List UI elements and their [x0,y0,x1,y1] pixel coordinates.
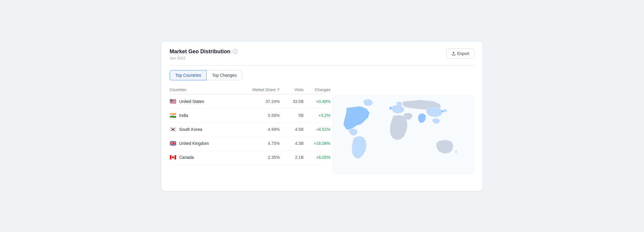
country-flag: 🇬🇧 [170,141,176,146]
export-icon [451,51,456,56]
col-header-changes: Changes [304,87,330,92]
visits-value: 4.3B [280,141,304,146]
country-name: South Korea [179,127,202,132]
table-rows-container: 🇺🇸 United States 37.24% 33.5B +0.48% 🇮🇳 … [170,95,324,164]
tabs-row: Top Countries Top Changes [170,70,474,80]
change-value: +6.05% [304,155,330,160]
country-name: India [179,113,188,118]
country-flag: 🇮🇳 [170,113,176,118]
market-share-value: 37.24% [247,99,280,104]
info-icon[interactable]: i [233,49,237,54]
market-share-value: 5.58% [247,113,280,118]
export-label: Export [457,51,469,56]
table-row: 🇨🇦 Canada 2.35% 2.1B +6.05% [170,151,324,164]
table-row: 🇺🇸 United States 37.24% 33.5B +0.48% [170,95,324,109]
tab-top-countries[interactable]: Top Countries [170,70,207,80]
market-share-label: Market Share [252,87,276,92]
export-button[interactable]: Export [446,48,474,59]
table-section: Countries Market Share Visits Changes 🇺🇸… [170,87,324,183]
filter-icon[interactable] [277,88,280,91]
tab-top-changes[interactable]: Top Changes [207,70,242,80]
market-share-value: 4.99% [247,127,280,132]
visits-value: 4.5B [280,127,304,132]
map-section [332,87,474,183]
table-row: 🇮🇳 India 5.58% 5B +3.2% [170,109,324,123]
market-share-value: 4.75% [247,141,280,146]
country-cell: 🇰🇷 South Korea [170,127,247,132]
country-flag: 🇰🇷 [170,127,176,132]
content-area: Countries Market Share Visits Changes 🇺🇸… [170,87,474,183]
change-value: +3.2% [304,113,330,118]
title-group: Market Geo Distribution i Jan 2022 [170,48,237,60]
column-headers: Countries Market Share Visits Changes [170,87,324,95]
card-header: Market Geo Distribution i Jan 2022 Expor… [170,48,474,60]
country-name: United States [179,99,204,104]
change-value: +8.51% [304,127,330,132]
country-flag: 🇺🇸 [170,99,176,104]
table-row: 🇰🇷 South Korea 4.99% 4.5B +8.51% [170,123,324,137]
country-name: United Kingdom [179,141,209,146]
country-cell: 🇬🇧 United Kingdom [170,141,247,146]
country-cell: 🇨🇦 Canada [170,155,247,160]
subtitle: Jan 2022 [170,56,237,60]
card-title: Market Geo Distribution i [170,48,237,55]
col-header-countries: Countries [170,87,247,92]
market-share-value: 2.35% [247,155,280,160]
world-map [332,95,474,175]
country-cell: 🇮🇳 India [170,113,247,118]
country-cell: 🇺🇸 United States [170,99,247,104]
visits-value: 5B [280,113,304,118]
market-geo-distribution-card: Market Geo Distribution i Jan 2022 Expor… [161,41,483,191]
country-name: Canada [179,155,194,160]
change-value: +0.48% [304,99,330,104]
visits-value: 33.5B [280,99,304,104]
table-row: 🇬🇧 United Kingdom 4.75% 4.3B +16.08% [170,137,324,151]
divider [170,65,474,65]
country-flag: 🇨🇦 [170,155,176,160]
change-value: +16.08% [304,141,330,146]
visits-value: 2.1B [280,155,304,160]
col-header-market-share: Market Share [247,87,280,92]
title-text: Market Geo Distribution [170,48,230,55]
col-header-visits: Visits [280,87,304,92]
